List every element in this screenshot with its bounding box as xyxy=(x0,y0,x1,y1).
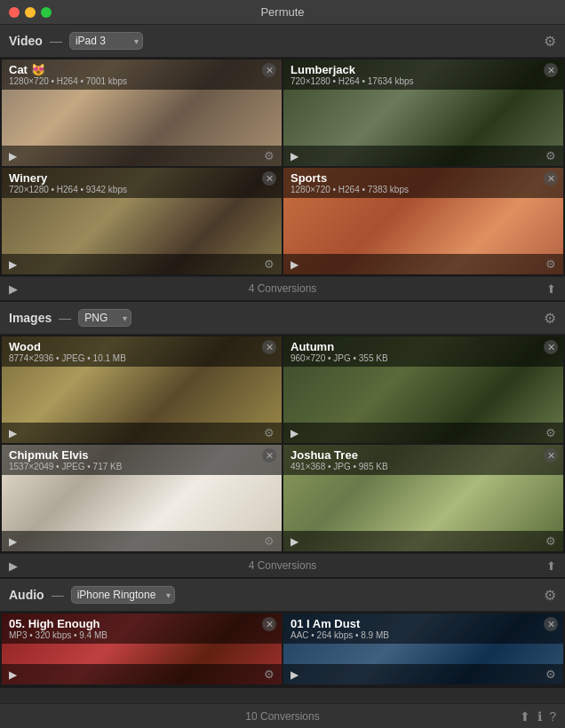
images-cards-grid: Wood 8774×2936 • JPEG • 10.1 MB ✕ ▶ ⚙ Au… xyxy=(0,335,565,553)
images-card-chipmuk-settings[interactable]: ⚙ xyxy=(264,534,275,548)
audio-label: Audio xyxy=(9,588,44,602)
video-card-cat-close[interactable]: ✕ xyxy=(262,63,276,77)
audio-card-i-am-dust-name: 01 I Am Dust xyxy=(290,617,556,630)
images-card-chipmuk-name: Chipmuk Elvis xyxy=(9,448,275,462)
audio-card-i-am-dust-settings[interactable]: ⚙ xyxy=(545,668,556,681)
video-card-winery: Winery 720×1280 • H264 • 9342 kbps ✕ ▶ ⚙ xyxy=(2,168,282,274)
video-card-winery-name: Winery xyxy=(9,171,275,185)
video-card-cat-name: Cat 😻 xyxy=(9,63,275,76)
images-card-chipmuk-play[interactable]: ▶ xyxy=(9,535,17,548)
images-card-autumn-name: Autumn xyxy=(290,340,556,353)
video-card-sports-close[interactable]: ✕ xyxy=(544,171,558,186)
total-conversion-count: 10 Conversions xyxy=(245,710,319,723)
images-card-chipmuk-close[interactable]: ✕ xyxy=(262,448,276,463)
images-card-wood-settings[interactable]: ⚙ xyxy=(264,426,275,439)
video-card-sports-meta: 1280×720 • H264 • 7383 kbps xyxy=(290,185,556,194)
video-card-lumberjack-name: Lumberjack xyxy=(290,63,556,76)
video-section-gear[interactable]: ⚙ xyxy=(544,33,556,50)
video-card-lumberjack-meta: 720×1280 • H264 • 17634 kbps xyxy=(290,76,556,86)
images-card-wood-play[interactable]: ▶ xyxy=(9,427,17,439)
images-section-header: Images — PNG JPEG TIFF BMP ⚙ xyxy=(0,302,565,335)
video-card-sports-settings[interactable]: ⚙ xyxy=(545,257,556,271)
audio-card-i-am-dust-meta: AAC • 264 kbps • 8.9 MB xyxy=(290,630,556,640)
images-card-autumn-close[interactable]: ✕ xyxy=(544,340,558,354)
video-cards-grid: Cat 😻 1280×720 • H264 • 7001 kbps ✕ ▶ ⚙ … xyxy=(0,58,565,276)
audio-section-header: Audio — iPhone Ringtone MP3 AAC FLAC WAV… xyxy=(0,579,565,612)
video-format-select-wrap[interactable]: iPad 3 iPhone Apple TV 720p HD 1080p HD xyxy=(69,32,143,50)
images-card-chipmuk: Chipmuk Elvis 1537×2049 • JPEG • 717 KB … xyxy=(2,445,282,551)
video-play-all[interactable]: ▶ xyxy=(9,282,18,296)
audio-card-high-enough-meta: MP3 • 320 kbps • 9.4 MB xyxy=(9,630,275,640)
images-label: Images xyxy=(9,311,52,325)
audio-card-high-enough-settings[interactable]: ⚙ xyxy=(264,668,275,681)
minimize-button[interactable] xyxy=(25,7,36,18)
bottom-icons: ⬆ ℹ ? xyxy=(520,709,556,724)
video-card-winery-close[interactable]: ✕ xyxy=(262,171,276,186)
audio-card-high-enough-close[interactable]: ✕ xyxy=(262,617,276,631)
video-card-sports-name: Sports xyxy=(290,171,556,185)
video-card-cat: Cat 😻 1280×720 • H264 • 7001 kbps ✕ ▶ ⚙ xyxy=(2,59,282,166)
images-card-joshua: Joshua Tree 491×368 • JPG • 985 KB ✕ ▶ ⚙ xyxy=(283,445,563,551)
bottom-bar: 10 Conversions ⬆ ℹ ? xyxy=(0,703,565,728)
images-card-joshua-meta: 491×368 • JPG • 985 KB xyxy=(290,462,556,471)
audio-section: Audio — iPhone Ringtone MP3 AAC FLAC WAV… xyxy=(0,579,565,688)
images-section-gear[interactable]: ⚙ xyxy=(544,310,556,327)
video-section-header: Video — iPad 3 iPhone Apple TV 720p HD 1… xyxy=(0,25,565,58)
video-card-cat-meta: 1280×720 • H264 • 7001 kbps xyxy=(9,76,275,86)
video-card-winery-settings[interactable]: ⚙ xyxy=(264,257,275,271)
images-card-autumn-settings[interactable]: ⚙ xyxy=(545,426,556,439)
images-conversion-count: 4 Conversions xyxy=(249,559,317,572)
app-title: Permute xyxy=(260,5,304,19)
video-export-icon[interactable]: ⬆ xyxy=(546,282,556,296)
video-card-sports-play[interactable]: ▶ xyxy=(290,258,298,271)
audio-format-select[interactable]: iPhone Ringtone MP3 AAC FLAC WAV xyxy=(71,586,175,604)
audio-card-high-enough-name: 05. High Enough xyxy=(9,617,275,630)
close-button[interactable] xyxy=(9,7,20,18)
audio-format-select-wrap[interactable]: iPhone Ringtone MP3 AAC FLAC WAV xyxy=(71,586,175,604)
window-controls xyxy=(9,7,52,18)
images-card-joshua-play[interactable]: ▶ xyxy=(290,535,298,548)
images-card-joshua-close[interactable]: ✕ xyxy=(544,448,558,463)
images-card-wood-name: Wood xyxy=(9,340,275,353)
images-card-joshua-name: Joshua Tree xyxy=(290,448,556,462)
images-section-footer: ▶ 4 Conversions ⬆ xyxy=(0,553,565,577)
video-label: Video xyxy=(9,34,43,48)
images-format-select-wrap[interactable]: PNG JPEG TIFF BMP xyxy=(78,309,131,327)
video-card-cat-settings[interactable]: ⚙ xyxy=(264,149,275,162)
audio-card-high-enough: 05. High Enough MP3 • 320 kbps • 9.4 MB … xyxy=(2,613,282,684)
images-card-autumn-meta: 960×720 • JPG • 355 KB xyxy=(290,353,556,363)
video-card-lumberjack: Lumberjack 720×1280 • H264 • 17634 kbps … xyxy=(283,59,563,166)
video-conversion-count: 4 Conversions xyxy=(249,282,317,295)
video-card-winery-play[interactable]: ▶ xyxy=(9,258,17,271)
export-icon[interactable]: ⬆ xyxy=(520,709,530,724)
images-card-autumn: Autumn 960×720 • JPG • 355 KB ✕ ▶ ⚙ xyxy=(283,336,563,443)
audio-section-gear[interactable]: ⚙ xyxy=(544,587,556,604)
video-card-lumberjack-play[interactable]: ▶ xyxy=(290,150,298,162)
images-play-all[interactable]: ▶ xyxy=(9,559,18,573)
titlebar: Permute xyxy=(0,0,565,25)
video-card-sports: Sports 1280×720 • H264 • 7383 kbps ✕ ▶ ⚙ xyxy=(283,168,563,274)
images-format-select[interactable]: PNG JPEG TIFF BMP xyxy=(78,309,131,327)
video-format-select[interactable]: iPad 3 iPhone Apple TV 720p HD 1080p HD xyxy=(69,32,143,50)
audio-cards-grid: 05. High Enough MP3 • 320 kbps • 9.4 MB … xyxy=(0,612,565,686)
video-section-footer: ▶ 4 Conversions ⬆ xyxy=(0,276,565,300)
images-card-chipmuk-meta: 1537×2049 • JPEG • 717 KB xyxy=(9,462,275,471)
audio-card-i-am-dust-play[interactable]: ▶ xyxy=(290,669,298,681)
images-export-icon[interactable]: ⬆ xyxy=(546,559,556,573)
help-icon[interactable]: ? xyxy=(549,709,556,724)
info-icon[interactable]: ℹ xyxy=(537,709,542,724)
maximize-button[interactable] xyxy=(41,7,52,18)
video-card-lumberjack-settings[interactable]: ⚙ xyxy=(545,149,556,162)
video-card-lumberjack-close[interactable]: ✕ xyxy=(544,63,558,77)
video-card-cat-play[interactable]: ▶ xyxy=(9,150,17,162)
audio-card-i-am-dust-close[interactable]: ✕ xyxy=(544,617,558,631)
images-card-wood-meta: 8774×2936 • JPEG • 10.1 MB xyxy=(9,353,275,363)
images-section: Images — PNG JPEG TIFF BMP ⚙ Wood 8774×2… xyxy=(0,302,565,579)
images-card-wood: Wood 8774×2936 • JPEG • 10.1 MB ✕ ▶ ⚙ xyxy=(2,336,282,443)
main-content: Video — iPad 3 iPhone Apple TV 720p HD 1… xyxy=(0,25,565,703)
images-card-wood-close[interactable]: ✕ xyxy=(262,340,276,354)
audio-card-high-enough-play[interactable]: ▶ xyxy=(9,669,17,681)
audio-card-i-am-dust: 01 I Am Dust AAC • 264 kbps • 8.9 MB ✕ ▶… xyxy=(283,613,563,684)
images-card-joshua-settings[interactable]: ⚙ xyxy=(545,534,556,548)
images-card-autumn-play[interactable]: ▶ xyxy=(290,427,298,439)
